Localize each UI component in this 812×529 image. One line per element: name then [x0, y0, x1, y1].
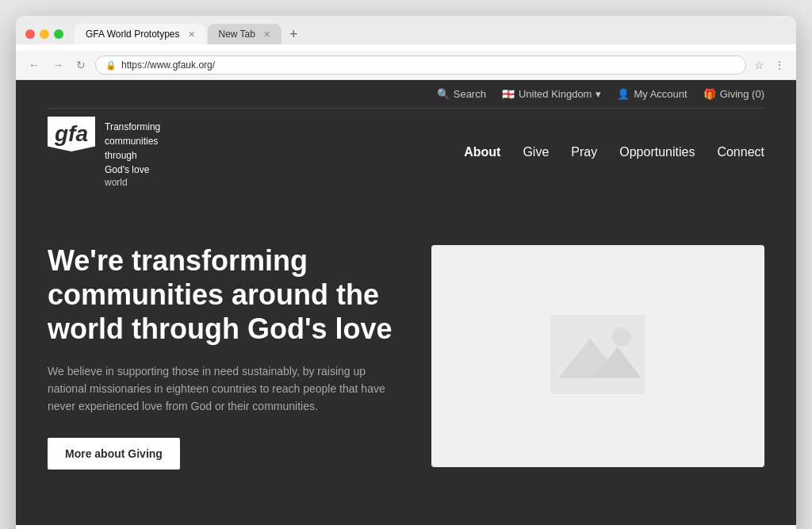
- more-options-icon[interactable]: ⋮: [772, 57, 787, 73]
- main-navigation: About Give Pray Opportunities Connect: [464, 145, 764, 159]
- nav-pray[interactable]: Pray: [571, 145, 597, 159]
- tab-close-icon[interactable]: ✕: [188, 29, 195, 40]
- forward-button[interactable]: →: [49, 57, 67, 73]
- account-button[interactable]: 👤 My Account: [617, 88, 687, 100]
- nav-connect[interactable]: Connect: [717, 145, 764, 159]
- chevron-down-icon: ▾: [596, 88, 601, 100]
- header-main: gfa Transforming communities through God…: [48, 109, 764, 196]
- browser-window: GFA World Prototypes ✕ New Tab ✕ + ← → ↻…: [16, 16, 796, 529]
- account-label: My Account: [634, 88, 687, 100]
- address-bar[interactable]: 🔒 https://www.gfauk.org/: [95, 56, 746, 75]
- nav-give[interactable]: Give: [523, 145, 549, 159]
- back-button[interactable]: ←: [25, 57, 43, 73]
- traffic-lights: [25, 29, 63, 39]
- tab-bar: GFA World Prototypes ✕ New Tab ✕ +: [75, 24, 787, 44]
- user-icon: 👤: [617, 88, 630, 100]
- tab-label: New Tab: [219, 29, 255, 40]
- bookmark-icon[interactable]: ☆: [753, 57, 766, 73]
- search-button[interactable]: 🔍 Search: [437, 88, 486, 100]
- nav-opportunities[interactable]: Opportunities: [619, 145, 695, 159]
- hero-section: We're transforming communities around th…: [16, 196, 796, 525]
- giving-label: Giving (0): [720, 88, 764, 100]
- close-button[interactable]: [25, 29, 35, 39]
- logo-area[interactable]: gfa Transforming communities through God…: [48, 117, 160, 188]
- browser-toolbar: ← → ↻ 🔒 https://www.gfauk.org/ ☆ ⋮: [16, 51, 796, 80]
- tab-new-tab[interactable]: New Tab ✕: [208, 24, 282, 44]
- svg-point-3: [612, 328, 631, 347]
- logo-text-area: Transforming communities through God's l…: [105, 117, 160, 188]
- hero-description: We believe in supporting those in need s…: [48, 362, 400, 416]
- giving-button[interactable]: 🎁 Giving (0): [703, 88, 764, 100]
- minimize-button[interactable]: [40, 29, 49, 39]
- flag-icon: 🏴󠁧󠁢󠁥󠁮󠁧󠁿: [502, 88, 515, 100]
- gift-icon: 🎁: [703, 88, 716, 100]
- browser-chrome: GFA World Prototypes ✕ New Tab ✕ +: [16, 16, 796, 44]
- region-label: United Kingdom: [519, 88, 592, 100]
- website-content: 🔍 Search 🏴󠁧󠁢󠁥󠁮󠁧󠁿 United Kingdom ▾ 👤 My A…: [16, 80, 796, 525]
- maximize-button[interactable]: [54, 29, 63, 39]
- logo-glyph: gfa: [54, 123, 89, 145]
- refresh-button[interactable]: ↻: [73, 57, 89, 73]
- logo-mark: gfa: [48, 117, 95, 151]
- logo-world-label: world: [105, 177, 160, 188]
- browser-titlebar: GFA World Prototypes ✕ New Tab ✕ +: [25, 24, 787, 44]
- search-label: Search: [454, 88, 486, 100]
- tab-close-icon[interactable]: ✕: [263, 29, 270, 40]
- nav-about[interactable]: About: [464, 145, 500, 159]
- url-text: https://www.gfauk.org/: [121, 59, 215, 71]
- logo-tagline: Transforming communities through God's l…: [105, 117, 160, 177]
- placeholder-icon: [550, 315, 645, 397]
- hero-title: We're transforming communities around th…: [48, 243, 400, 347]
- search-icon: 🔍: [437, 88, 450, 100]
- region-selector[interactable]: 🏴󠁧󠁢󠁥󠁮󠁧󠁿 United Kingdom ▾: [502, 88, 602, 100]
- lock-icon: 🔒: [105, 60, 117, 71]
- tab-label: GFA World Prototypes: [86, 29, 180, 40]
- hero-cta-button[interactable]: More about Giving: [48, 438, 180, 470]
- tab-gfa-world[interactable]: GFA World Prototypes ✕: [75, 24, 206, 44]
- header-top-bar: 🔍 Search 🏴󠁧󠁢󠁥󠁮󠁧󠁿 United Kingdom ▾ 👤 My A…: [48, 80, 764, 109]
- site-header: 🔍 Search 🏴󠁧󠁢󠁥󠁮󠁧󠁿 United Kingdom ▾ 👤 My A…: [16, 80, 796, 196]
- new-tab-button[interactable]: +: [283, 25, 304, 44]
- hero-image-placeholder: [431, 245, 764, 467]
- hero-content: We're transforming communities around th…: [48, 243, 400, 470]
